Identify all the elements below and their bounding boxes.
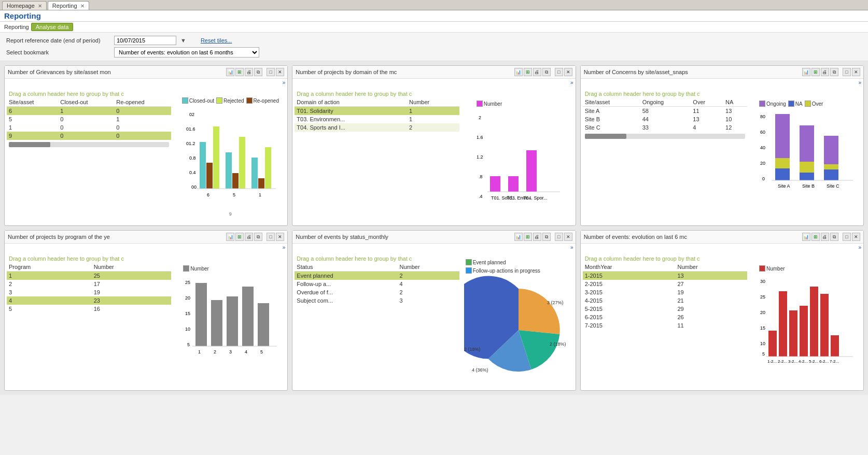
svg-rect-57	[242, 287, 254, 346]
sub-nav: Reporting Analyse data	[0, 22, 868, 33]
tile-projects-program-table-section: Drag a column header here to group by th…	[5, 251, 173, 390]
tile-events-status-minimize[interactable]: □	[555, 233, 563, 241]
tile-concerns-close[interactable]: ✕	[852, 68, 860, 76]
svg-text:5: 5	[762, 351, 765, 357]
tile-projects-program-expand[interactable]: »	[5, 244, 287, 251]
reset-tiles-link[interactable]: Reset tiles...	[201, 37, 232, 44]
svg-text:15: 15	[760, 325, 765, 331]
tile-events-status-chart-icon[interactable]: 📊	[514, 233, 523, 241]
tile-events-evolution-header: Number of events: evolution on last 6 mc…	[581, 231, 863, 244]
svg-text:2-2...: 2-2...	[778, 359, 787, 364]
svg-text:20: 20	[760, 161, 765, 166]
table-row: 1-201513	[583, 272, 747, 280]
tile-projects-domain-close[interactable]: ✕	[564, 68, 572, 76]
tile-projects-domain-print-icon[interactable]: 🖨	[533, 68, 541, 76]
table-row: 516	[7, 305, 171, 313]
tile-events-evolution-table-section: Drag a column header here to group by th…	[581, 251, 749, 390]
legend-rejected: Rejected	[216, 97, 244, 104]
tile-projects-program-group-header: Drag a column header here to group by th…	[7, 253, 171, 263]
tile-events-status-copy-icon[interactable]: ⧉	[542, 233, 551, 241]
svg-rect-56	[227, 296, 238, 346]
svg-text:01.6: 01.6	[186, 126, 195, 132]
tab-reporting-close[interactable]: ✕	[80, 3, 85, 9]
svg-rect-38	[775, 168, 790, 180]
tile-events-status-chart: Event planned Follow-up actions in progr…	[461, 251, 576, 390]
tile-grievances-title: Number of Grievances by site/asset mon	[8, 69, 226, 75]
tile-projects-program-print-icon[interactable]: 🖨	[245, 233, 253, 241]
analyse-data-button[interactable]: Analyse data	[31, 23, 74, 31]
bookmark-select[interactable]: Number of events: evolution on last 6 mo…	[114, 47, 259, 58]
tile-events-evolution-print-icon[interactable]: 🖨	[821, 233, 829, 241]
svg-text:0.4: 0.4	[189, 170, 196, 175]
tile-projects-program-copy-icon[interactable]: ⧉	[254, 233, 262, 241]
tile-events-evolution-close[interactable]: ✕	[852, 233, 860, 241]
tab-homepage-close[interactable]: ✕	[38, 3, 42, 9]
date-dropdown-icon[interactable]: ▼	[180, 37, 186, 44]
tile-grievances-copy-icon[interactable]: ⧉	[254, 68, 262, 76]
tile-concerns-print-icon[interactable]: 🖨	[821, 68, 829, 76]
tab-reporting-label: Reporting	[52, 3, 77, 9]
svg-rect-77	[789, 310, 797, 357]
tile-grievances-expand[interactable]: »	[5, 79, 287, 87]
tile-grievances-close[interactable]: ✕	[276, 68, 284, 76]
svg-rect-14	[265, 147, 271, 189]
tile-concerns-minimize[interactable]: □	[843, 68, 851, 76]
tile-projects-domain-table-section: Drag a column header here to group by th…	[292, 87, 461, 225]
table-row: Site C33412	[583, 123, 747, 132]
tile-projects-program-header: Number of projects by program of the ye …	[5, 231, 287, 244]
tile-grievances-print-icon[interactable]: 🖨	[245, 68, 253, 76]
tab-homepage[interactable]: Homepage ✕	[2, 1, 47, 10]
tile-grievances-table: Drag a column header here to group by th…	[5, 87, 173, 225]
tile-grievances-chart-icon[interactable]: 📊	[226, 68, 234, 76]
tile-projects-program-excel-icon[interactable]: ⊞	[235, 233, 244, 241]
svg-rect-41	[800, 173, 814, 180]
tile-events-status-excel-icon[interactable]: ⊞	[524, 233, 532, 241]
tile-grievances-scrollbar[interactable]	[7, 142, 171, 147]
svg-rect-81	[831, 335, 839, 357]
legend-number-red: Number	[759, 265, 785, 272]
tile-projects-domain-copy-icon[interactable]: ⧉	[542, 68, 551, 76]
tile-events-evolution-minimize[interactable]: □	[843, 233, 851, 241]
tile-grievances-excel-icon[interactable]: ⊞	[235, 68, 244, 76]
tab-bar: Homepage ✕ Reporting ✕	[0, 0, 868, 10]
table-row: 217	[7, 280, 171, 288]
tile-concerns-chart-icon[interactable]: 📊	[802, 68, 810, 76]
tile-events-status-print-icon[interactable]: 🖨	[533, 233, 541, 241]
svg-text:1.2: 1.2	[477, 154, 483, 160]
svg-text:6-2...: 6-2...	[819, 359, 829, 364]
svg-text:Site C: Site C	[827, 183, 839, 189]
legend-over: Over	[805, 101, 823, 107]
tile-concerns-scrollbar[interactable]	[583, 134, 747, 139]
table-row: T04. Sports and I...2	[295, 123, 459, 132]
tile-concerns-table-section: Drag a column header here to group by th…	[581, 87, 749, 225]
svg-text:7-2...: 7-2...	[830, 359, 839, 364]
tile-events-evolution-expand[interactable]: »	[581, 244, 863, 251]
tile-events-evolution-chart-icon[interactable]: 📊	[802, 233, 810, 241]
tile-projects-domain-minimize[interactable]: □	[555, 68, 563, 76]
svg-text:02: 02	[189, 112, 194, 117]
tile-events-status-expand[interactable]: »	[292, 244, 575, 251]
grievances-bar-chart: 02 01.6 01.2 0.8 0.4 00	[180, 106, 278, 209]
svg-rect-54	[195, 283, 207, 346]
col-closedout: Closed-out	[58, 98, 114, 107]
tile-projects-domain-chart-icon[interactable]: 📊	[514, 68, 523, 76]
tile-concerns-expand[interactable]: »	[581, 79, 863, 87]
tab-reporting[interactable]: Reporting ✕	[48, 1, 89, 10]
tile-projects-program-chart-icon[interactable]: 📊	[226, 233, 234, 241]
tile-events-evolution-excel-icon[interactable]: ⊞	[811, 233, 820, 241]
tile-projects-program-minimize[interactable]: □	[267, 233, 275, 241]
tile-events-status-close[interactable]: ✕	[564, 233, 572, 241]
tile-projects-domain-expand[interactable]: »	[292, 79, 575, 87]
tile-projects-domain-excel-icon[interactable]: ⊞	[524, 68, 532, 76]
svg-text:4 (36%): 4 (36%)	[472, 367, 488, 373]
tile-grievances-minimize[interactable]: □	[267, 68, 275, 76]
date-input[interactable]	[114, 36, 176, 45]
svg-text:5: 5	[187, 342, 190, 347]
tile-projects-program-close[interactable]: ✕	[276, 233, 284, 241]
svg-text:4: 4	[245, 349, 247, 354]
tile-events-evolution-copy-icon[interactable]: ⧉	[830, 233, 838, 241]
table-row: Subject com...3	[295, 296, 459, 305]
tile-concerns-excel-icon[interactable]: ⊞	[811, 68, 820, 76]
tile-concerns-copy-icon[interactable]: ⧉	[830, 68, 838, 76]
x-axis-label-9: 9	[180, 211, 281, 217]
